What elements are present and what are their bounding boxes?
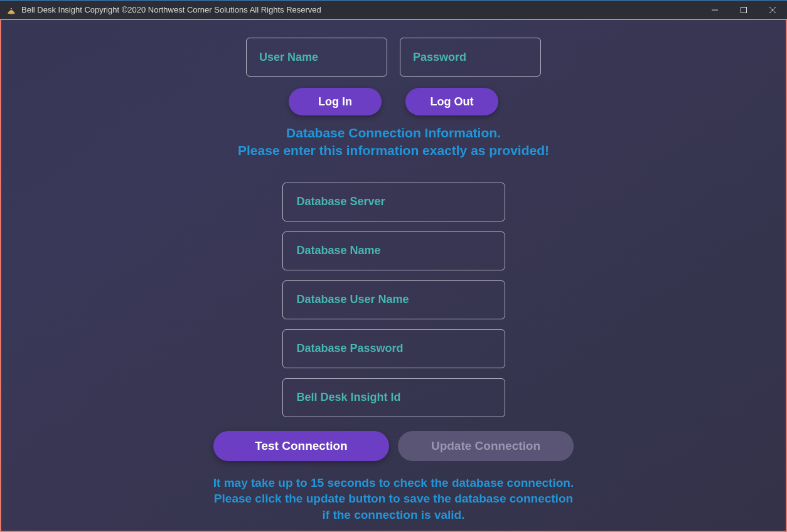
svg-point-2 bbox=[11, 8, 12, 9]
maximize-button[interactable] bbox=[729, 1, 758, 19]
db-info-footer-line1: It may take up to 15 seconds to check th… bbox=[213, 476, 574, 489]
logout-button[interactable]: Log Out bbox=[405, 88, 498, 115]
close-button[interactable] bbox=[758, 1, 787, 19]
db-fields bbox=[282, 183, 505, 417]
db-info-heading: Database Connection Information. Please … bbox=[238, 124, 549, 160]
window-title: Bell Desk Insight Copyright ©2020 Northw… bbox=[21, 5, 321, 14]
titlebar: Bell Desk Insight Copyright ©2020 Northw… bbox=[0, 0, 787, 19]
db-info-footer-line2: Please click the update button to save t… bbox=[214, 492, 573, 505]
password-input[interactable] bbox=[400, 38, 541, 77]
db-server-input[interactable] bbox=[282, 183, 505, 221]
auth-row bbox=[246, 38, 541, 77]
username-input[interactable] bbox=[246, 38, 387, 77]
db-name-input[interactable] bbox=[282, 231, 505, 270]
db-password-input[interactable] bbox=[282, 329, 505, 368]
connection-button-row: Test Connection Update Connection bbox=[213, 431, 574, 461]
db-info-heading-line2: Please enter this information exactly as… bbox=[238, 143, 549, 157]
db-info-footer: It may take up to 15 seconds to check th… bbox=[213, 475, 574, 523]
db-info-heading-line1: Database Connection Information. bbox=[286, 125, 501, 140]
content-area: Log In Log Out Database Connection Infor… bbox=[0, 19, 787, 532]
test-connection-button[interactable]: Test Connection bbox=[213, 431, 389, 461]
svg-rect-4 bbox=[741, 7, 747, 13]
auth-button-row: Log In Log Out bbox=[289, 88, 498, 115]
titlebar-left: Bell Desk Insight Copyright ©2020 Northw… bbox=[0, 5, 321, 15]
db-info-footer-line3: if the connection is valid. bbox=[323, 508, 465, 521]
update-connection-button[interactable]: Update Connection bbox=[398, 431, 574, 461]
window-controls bbox=[700, 1, 787, 19]
bdi-id-input[interactable] bbox=[282, 378, 505, 417]
app-icon bbox=[6, 5, 16, 15]
db-username-input[interactable] bbox=[282, 280, 505, 319]
minimize-button[interactable] bbox=[700, 1, 729, 19]
app-window: Bell Desk Insight Copyright ©2020 Northw… bbox=[0, 0, 787, 532]
login-button[interactable]: Log In bbox=[289, 88, 382, 115]
